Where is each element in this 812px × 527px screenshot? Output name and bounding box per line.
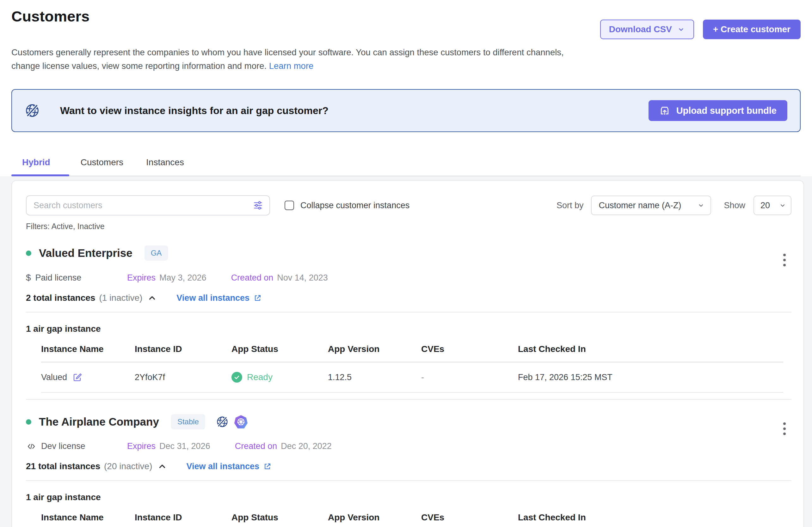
channel-badge: Stable <box>171 414 205 430</box>
customer-section-airplane-company: The Airplane Company Stable <box>26 414 792 527</box>
inactive-instances-text: (1 inactive) <box>99 293 142 303</box>
tab-bar: Hybrid Customers Instances <box>11 152 801 176</box>
cves-value: - <box>421 373 518 382</box>
section-divider <box>26 480 792 481</box>
sort-by-label: Sort by <box>556 201 584 210</box>
search-box <box>26 195 270 215</box>
airgap-globe-icon <box>216 416 229 428</box>
created-on-label: Created on <box>231 273 274 283</box>
col-last-checked-in: Last Checked In <box>518 512 783 523</box>
chevron-up-icon <box>147 293 157 303</box>
airgap-banner: Want to view instance insights for an ai… <box>11 89 801 132</box>
show-value: 20 <box>760 201 770 210</box>
app-version: 1.12.5 <box>328 373 421 382</box>
page-description: Customers generally represent the compan… <box>11 45 581 73</box>
customers-card: Collapse customer instances Sort by Cust… <box>11 180 804 527</box>
view-all-instances-label: View all instances <box>176 293 249 303</box>
col-last-checked-in: Last Checked In <box>518 344 783 354</box>
expires-label: Expires <box>127 273 156 283</box>
page-header: Customers Download CSV + Create customer… <box>0 0 812 176</box>
upload-support-bundle-button[interactable]: Upload support bundle <box>649 100 787 121</box>
chevron-down-icon <box>697 201 705 209</box>
col-instance-name: Instance Name <box>41 344 135 354</box>
edit-icon[interactable] <box>72 372 83 382</box>
kubernetes-icon <box>234 415 248 428</box>
tab-instances[interactable]: Instances <box>135 152 195 176</box>
tab-hybrid[interactable]: Hybrid <box>11 152 69 176</box>
tab-customers[interactable]: Customers <box>69 152 135 176</box>
active-filters-text: Filters: Active, Inactive <box>26 222 792 231</box>
app-status: Ready <box>247 372 273 382</box>
col-app-status: App Status <box>231 512 328 523</box>
created-on-label: Created on <box>235 441 277 451</box>
external-link-icon <box>253 294 262 302</box>
expires-label: Expires <box>127 441 156 451</box>
tab-hybrid-label: Hybrid <box>22 157 50 167</box>
download-csv-button[interactable]: Download CSV <box>600 19 694 39</box>
airgap-globe-icon <box>25 103 40 118</box>
customer-name[interactable]: The Airplane Company <box>39 416 159 428</box>
created-on-value: Dec 20, 2022 <box>281 441 332 451</box>
col-instance-id: Instance ID <box>135 344 231 354</box>
col-instance-name: Instance Name <box>41 512 135 523</box>
col-instance-id: Instance ID <box>135 512 231 523</box>
collapse-instances-checkbox[interactable] <box>285 201 294 210</box>
collapse-section-button[interactable] <box>158 462 167 471</box>
customer-status-dot <box>26 419 31 425</box>
create-customer-button[interactable]: + Create customer <box>703 19 801 39</box>
license-type: Dev license <box>41 441 85 451</box>
col-cves: CVEs <box>421 344 518 354</box>
chevron-up-icon <box>158 462 167 471</box>
col-cves: CVEs <box>421 512 518 523</box>
chevron-down-icon <box>779 201 786 209</box>
instances-table: Instance Name Instance ID App Status App… <box>41 344 783 393</box>
search-input[interactable] <box>33 201 253 210</box>
license-type: Paid license <box>35 273 82 283</box>
instance-id: 2YfoK7f <box>135 373 231 382</box>
chevron-down-icon <box>677 25 685 33</box>
sort-by-value: Customer name (A-Z) <box>598 201 681 210</box>
col-app-status: App Status <box>231 344 328 354</box>
customer-menu-button[interactable] <box>781 420 788 438</box>
customer-status-dot <box>26 251 31 256</box>
table-row: Valued 2YfoK7f Ready 1.12.5 <box>41 362 783 393</box>
upload-support-bundle-label: Upload support bundle <box>676 106 777 116</box>
view-all-instances-link[interactable]: View all instances <box>187 462 272 471</box>
upload-icon <box>659 105 670 116</box>
toolbar: Collapse customer instances Sort by Cust… <box>26 195 792 215</box>
show-select[interactable]: 20 <box>754 196 792 215</box>
show-label: Show <box>724 201 745 210</box>
inactive-instances-text: (20 inactive) <box>104 461 153 471</box>
section-divider <box>26 312 792 313</box>
customer-name[interactable]: Valued Enterprise <box>39 247 132 259</box>
banner-title: Want to view instance insights for an ai… <box>60 105 329 117</box>
collapse-instances-label: Collapse customer instances <box>300 201 409 210</box>
last-checked-in: Feb 17, 2026 15:25 MST <box>518 373 783 382</box>
check-circle-icon <box>231 372 242 382</box>
customer-section-valued-enterprise: Valued Enterprise GA $ Paid license Expi… <box>26 245 792 400</box>
airgap-instance-heading: 1 air gap instance <box>26 492 792 502</box>
col-app-version: App Version <box>328 512 421 523</box>
sort-by-select[interactable]: Customer name (A-Z) <box>591 196 711 215</box>
expires-value: Dec 31, 2026 <box>159 441 210 451</box>
learn-more-link[interactable]: Learn more <box>269 61 314 71</box>
instances-table: Instance Name Instance ID App Status App… <box>41 512 783 527</box>
customer-divider <box>26 399 792 400</box>
content-area: Collapse customer instances Sort by Cust… <box>0 176 812 527</box>
collapse-section-button[interactable] <box>147 293 157 303</box>
customer-menu-button[interactable] <box>781 251 788 269</box>
page-title: Customers <box>11 7 89 25</box>
collapse-instances-checkbox-group[interactable]: Collapse customer instances <box>285 201 409 210</box>
created-on-value: Nov 14, 2023 <box>277 273 328 283</box>
total-instances-text: 2 total instances <box>26 293 95 303</box>
instance-name: Valued <box>41 373 67 382</box>
filter-sliders-icon[interactable] <box>253 200 263 210</box>
airgap-instance-heading: 1 air gap instance <box>26 324 792 334</box>
view-all-instances-label: View all instances <box>187 462 260 471</box>
download-csv-label: Download CSV <box>609 24 672 34</box>
channel-badge: GA <box>145 245 168 261</box>
view-all-instances-link[interactable]: View all instances <box>176 293 262 303</box>
code-icon <box>26 442 37 451</box>
active-tab-underline <box>11 175 69 176</box>
col-app-version: App Version <box>328 344 421 354</box>
